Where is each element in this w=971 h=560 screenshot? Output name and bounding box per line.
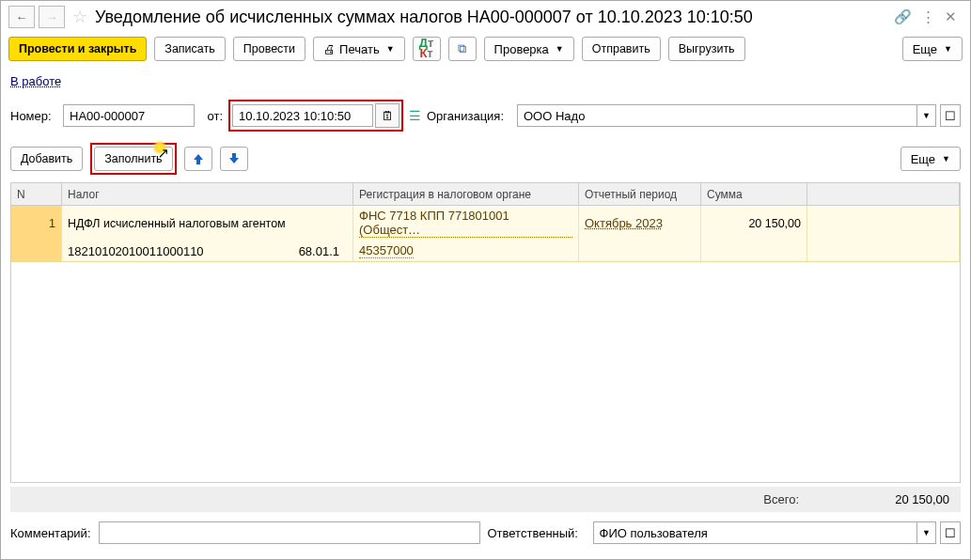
comment-input[interactable] <box>99 521 480 544</box>
organization-open-button[interactable]: ☐ <box>940 104 961 127</box>
calendar-button[interactable]: 🗓 <box>375 103 399 128</box>
dtkt-icon: ДтКт <box>419 39 434 59</box>
date-label: от: <box>200 109 223 123</box>
link-icon[interactable]: 🔗 <box>894 8 912 25</box>
date-highlight-frame: 🗓 <box>228 100 403 132</box>
favorite-star-icon[interactable]: ☆ <box>72 7 87 27</box>
total-bar: Всего: 20 150,00 <box>10 487 961 512</box>
page-title: Уведомление об исчисленных суммах налого… <box>95 8 890 27</box>
fill-highlight-frame: Заполнить <box>90 143 176 175</box>
fill-button[interactable]: Заполнить <box>94 147 172 171</box>
nav-forward-button[interactable]: → <box>39 6 65 28</box>
grid-header: N Налог Регистрация в налоговом органе О… <box>11 183 960 206</box>
cell-tax: НДФЛ исчисленный налоговым агентом <box>62 206 353 241</box>
comment-label: Комментарий: <box>10 526 91 540</box>
organization-dropdown-button[interactable]: ▼ <box>917 104 936 127</box>
related-icon: ⧉ <box>458 41 466 56</box>
nav-back-button[interactable]: ← <box>8 6 35 28</box>
responsible-dropdown-button[interactable]: ▼ <box>917 521 936 544</box>
add-row-button[interactable]: Добавить <box>10 147 83 171</box>
cell-n: 1 <box>11 206 62 241</box>
export-button[interactable]: Выгрузить <box>668 37 745 61</box>
col-header-tax[interactable]: Налог <box>62 183 353 206</box>
total-label: Всего: <box>763 492 799 506</box>
move-up-button[interactable] <box>184 147 212 171</box>
col-header-period[interactable]: Отчетный период <box>579 183 701 206</box>
write-button[interactable]: Записать <box>154 37 225 61</box>
number-input[interactable] <box>63 104 195 127</box>
chevron-down-icon: ▼ <box>942 154 950 163</box>
total-value: 20 150,00 <box>855 492 949 506</box>
more-button[interactable]: Еще ▼ <box>902 37 963 61</box>
arrow-up-icon <box>192 152 205 165</box>
more-vert-icon[interactable]: ⋮ <box>921 8 935 25</box>
cell-n-sub <box>11 241 62 261</box>
responsible-input[interactable] <box>593 521 918 544</box>
col-header-last <box>807 183 960 206</box>
printer-icon: 🖨 <box>323 42 336 56</box>
tax-grid: N Налог Регистрация в налоговом органе О… <box>10 182 961 483</box>
post-button[interactable]: Провести <box>233 37 305 61</box>
cell-kbk: 18210102010011000110 68.01.1 <box>62 241 353 261</box>
table-row-sub[interactable]: 18210102010011000110 68.01.1 45357000 <box>11 241 960 262</box>
dtkt-button[interactable]: ДтКт <box>413 37 441 61</box>
send-button[interactable]: Отправить <box>582 37 661 61</box>
arrow-down-icon <box>227 152 241 165</box>
related-button[interactable]: ⧉ <box>448 37 477 61</box>
list-icon[interactable]: ☰ <box>409 108 421 123</box>
move-down-button[interactable] <box>220 147 248 171</box>
col-header-reg[interactable]: Регистрация в налоговом органе <box>353 183 579 206</box>
post-and-close-button[interactable]: Провести и закрыть <box>8 37 147 61</box>
print-button[interactable]: 🖨 Печать ▼ <box>313 37 405 61</box>
cell-oktmo: 45357000 <box>353 241 579 261</box>
chevron-down-icon: ▼ <box>556 44 564 54</box>
cell-period: Октябрь 2023 <box>579 206 701 241</box>
stage-link[interactable]: В работе <box>10 74 61 88</box>
organization-input[interactable] <box>517 104 917 127</box>
col-header-sum[interactable]: Сумма <box>701 183 807 206</box>
responsible-label: Ответственный: <box>488 526 586 540</box>
org-label: Организация: <box>427 109 511 123</box>
cell-sum: 20 150,00 <box>701 206 807 241</box>
cell-reg: ФНС 7718 КПП 771801001 (Общест… <box>353 206 579 241</box>
chevron-down-icon: ▼ <box>944 44 952 54</box>
date-input[interactable] <box>232 104 373 127</box>
close-icon[interactable]: ✕ <box>945 8 957 25</box>
check-button[interactable]: Проверка ▼ <box>484 37 574 61</box>
sub-more-button[interactable]: Еще ▼ <box>901 147 961 171</box>
number-label: Номер: <box>10 109 57 123</box>
calendar-icon: 🗓 <box>382 109 394 123</box>
col-header-n[interactable]: N <box>11 183 62 206</box>
table-row[interactable]: 1 НДФЛ исчисленный налоговым агентом ФНС… <box>11 206 960 241</box>
chevron-down-icon: ▼ <box>386 44 395 54</box>
responsible-open-button[interactable]: ☐ <box>940 521 961 544</box>
